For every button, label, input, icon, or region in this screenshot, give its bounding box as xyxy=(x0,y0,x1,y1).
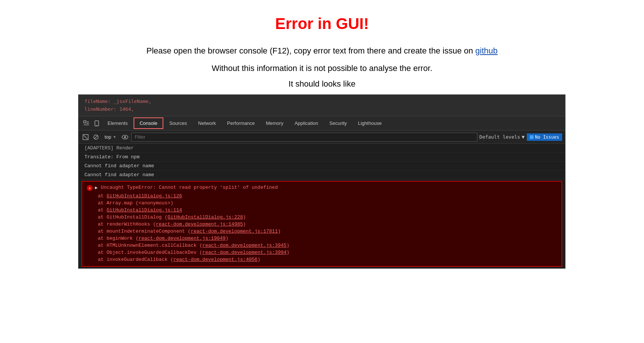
tab-elements[interactable]: Elements xyxy=(102,118,133,128)
devtools-panel: fileName: _jsxFileName, lineNumber: 1464… xyxy=(78,94,565,269)
svg-line-6 xyxy=(94,136,97,139)
levels-arrow: ▼ xyxy=(522,134,525,140)
stack-link-1[interactable]: GitHubInstallDialog.js:126 xyxy=(106,193,182,199)
tab-sources[interactable]: Sources xyxy=(164,118,192,128)
levels-label: Default levels xyxy=(480,134,520,140)
stack-line-6: at mountIndeterminateComponent (react-do… xyxy=(87,228,557,235)
devtools-tab-bar: Elements Console Sources Network Perform… xyxy=(79,116,565,130)
stack-line-2: at Array.map (<anonymous>) xyxy=(87,200,557,207)
no-issues-icon xyxy=(530,135,534,139)
block-icon[interactable] xyxy=(92,133,100,141)
stack-line-7: at beginWork (react-dom.development.js:1… xyxy=(87,235,557,242)
default-levels[interactable]: Default levels ▼ xyxy=(480,134,525,140)
error-header: ✕ ▶ Uncaught TypeError: Cannot read prop… xyxy=(87,185,557,191)
stack-link-4[interactable]: GitHubInstallDialog.js:228 xyxy=(167,214,243,220)
stack-link-8[interactable]: react-dom.development.js:3945 xyxy=(202,243,286,248)
stack-line-8: at HTMLUnknownElement.callCallback (reac… xyxy=(87,242,557,249)
page-content: Error in GUI! Please open the browser co… xyxy=(0,0,644,89)
stack-line-5: at renderWithHooks (react-dom.developmen… xyxy=(87,221,557,228)
tab-console[interactable]: Console xyxy=(134,117,163,129)
description-line1: Please open the browser console (F12), c… xyxy=(7,44,637,58)
tab-network[interactable]: Network xyxy=(193,118,221,128)
code-line1: fileName: _jsxFileName, xyxy=(84,98,559,106)
console-line-translate: Translate: From npm xyxy=(79,153,565,162)
console-line-adapters: [ADAPTERS] Render xyxy=(79,144,565,153)
stack-link-6[interactable]: react-dom.development.js:17811 xyxy=(191,229,278,234)
svg-line-4 xyxy=(84,135,87,139)
tab-lighthouse[interactable]: Lighthouse xyxy=(353,118,387,128)
svg-point-2 xyxy=(96,125,97,126)
tab-security[interactable]: Security xyxy=(324,118,352,128)
no-issues-label: No Issues xyxy=(535,135,559,140)
stack-line-4: at GitHubInstallDialog (GitHubInstallDia… xyxy=(87,214,557,221)
mobile-icon[interactable] xyxy=(92,119,102,128)
description-prefix: Please open the browser console (F12), c… xyxy=(146,46,475,55)
code-line2: lineNumber: 1464, xyxy=(84,106,559,113)
eye-icon[interactable] xyxy=(121,133,129,141)
description-line2: Without this information it is not possi… xyxy=(7,61,637,75)
stack-line-3: at GitHubInstallDialog.js:114 xyxy=(87,207,557,214)
error-block: ✕ ▶ Uncaught TypeError: Cannot read prop… xyxy=(81,181,562,267)
stack-link-5[interactable]: react-dom.development.js:14985 xyxy=(156,221,243,227)
stack-line-10: at invokeGuardedCallback (react-dom.deve… xyxy=(87,256,557,263)
svg-point-8 xyxy=(124,136,126,138)
devtools-code-bar: fileName: _jsxFileName, lineNumber: 1464… xyxy=(79,95,565,117)
description-line3: It should looks like xyxy=(7,79,637,89)
no-issues-badge[interactable]: No Issues xyxy=(527,133,562,141)
stack-line-9: at Object.invokeGuardedCallbackDev (reac… xyxy=(87,249,557,256)
stack-link-3[interactable]: GitHubInstallDialog.js:114 xyxy=(106,207,182,213)
devtools-toolbar: top ▼ Default levels ▼ No Issues xyxy=(79,130,565,144)
top-label: top xyxy=(105,134,111,140)
tab-memory[interactable]: Memory xyxy=(261,118,289,128)
error-title: Error in GUI! xyxy=(7,15,637,33)
stack-link-10[interactable]: react-dom.development.js:4056 xyxy=(173,257,257,262)
inspector-icon[interactable] xyxy=(81,119,91,128)
console-line-adapter1: Cannot find adapter name xyxy=(79,162,565,171)
tab-performance[interactable]: Performance xyxy=(222,118,260,128)
filter-input[interactable] xyxy=(131,133,477,142)
expand-icon[interactable]: ▶ xyxy=(95,185,98,191)
dropdown-arrow: ▼ xyxy=(113,135,116,139)
top-selector[interactable]: top ▼ xyxy=(102,133,119,140)
svg-rect-0 xyxy=(84,121,86,123)
github-link[interactable]: github xyxy=(475,46,498,55)
clear-icon[interactable] xyxy=(81,133,90,141)
console-line-adapter2: Cannot find adapter name xyxy=(79,171,565,179)
stack-link-9[interactable]: react-dom.development.js:3994 xyxy=(202,250,286,255)
stack-line-1: at GitHubInstallDialog.js:126 xyxy=(87,192,557,200)
stack-link-7[interactable]: react-dom.development.js:19049 xyxy=(138,236,225,241)
error-circle-icon: ✕ xyxy=(87,185,93,191)
error-message: Uncaught TypeError: Cannot read property… xyxy=(101,185,278,190)
console-output: [ADAPTERS] Render Translate: From npm Ca… xyxy=(79,144,565,267)
tab-application[interactable]: Application xyxy=(289,118,324,128)
